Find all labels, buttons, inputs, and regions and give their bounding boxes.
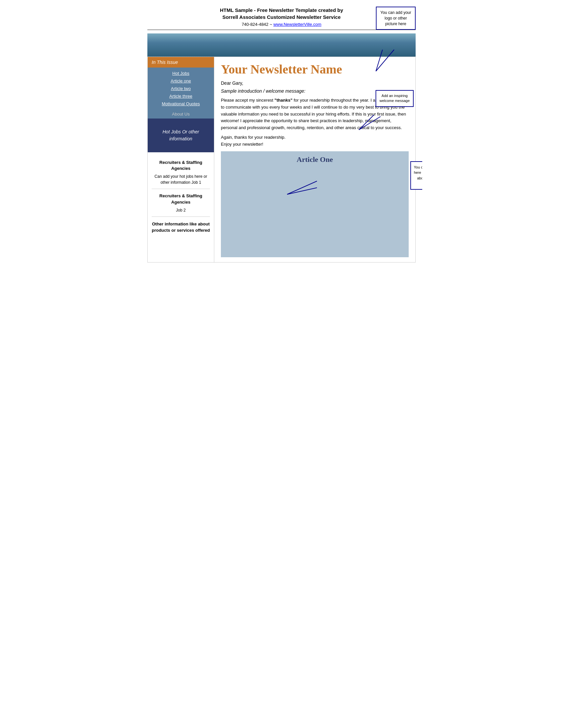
- article-callout-box: You can have an article here or add info…: [410, 161, 422, 190]
- sidebar-recruiters-1: Recruiters & Staffing Agencies: [152, 160, 210, 171]
- article-callout-text: You can have an article here or add info…: [414, 165, 422, 186]
- sidebar-recruiters-2: Recruiters & Staffing Agencies: [152, 193, 210, 205]
- svg-line-5: [287, 188, 317, 194]
- sidebar-item-article-two[interactable]: Article two: [148, 85, 214, 92]
- sidebar-nav: Hot Jobs Article one Article two Article…: [148, 68, 214, 110]
- header-divider: [147, 29, 416, 30]
- enjoy-text: Enjoy your newsletter!: [221, 142, 409, 147]
- header-phone-text: 740-824-4842 ~: [242, 22, 273, 27]
- thanks-again-text: Again, thanks for your readership.: [221, 135, 409, 140]
- sidebar-other-info: Other information like about products or…: [152, 221, 210, 234]
- sidebar: In This Issue Hot Jobs Article one Artic…: [148, 57, 214, 262]
- header-line1: HTML Sample - Free Newsletter Template c…: [220, 7, 343, 13]
- main-content-area: Add an inspiring welcome message Your Ne…: [214, 57, 415, 262]
- sidebar-jobs-text: Can add your hot jobs here or other info…: [152, 173, 210, 185]
- welcome-callout-text: Add an inspiring welcome message: [380, 94, 410, 103]
- sidebar-job2-text: Job 2: [152, 207, 210, 213]
- greeting: Dear Gary,: [221, 80, 409, 86]
- header-line2: Sorrell Associates Customized Newsletter…: [222, 14, 341, 20]
- welcome-arrow: [356, 115, 382, 131]
- sidebar-about-us: About Us: [148, 110, 214, 119]
- article-one-title: Article One: [225, 155, 405, 164]
- sidebar-item-motivational-quotes[interactable]: Motivational Quotes: [148, 100, 214, 108]
- thanks-bold: "thanks": [274, 98, 293, 103]
- article-one-section: Article One You can have an article here…: [221, 151, 409, 257]
- sidebar-hot-jobs-section: Hot Jobs Or other information: [148, 119, 214, 152]
- newsletter-name: Your Newsletter Name: [221, 62, 409, 76]
- sidebar-section-header: In This Issue: [148, 57, 214, 68]
- sidebar-item-article-one[interactable]: Article one: [148, 77, 214, 85]
- logo-callout-box: You can add your logo or other picture h…: [376, 7, 416, 30]
- website-link[interactable]: www.NewsletterVille.com: [273, 22, 321, 27]
- page-header: HTML Sample - Free Newsletter Template c…: [147, 7, 416, 27]
- main-layout: In This Issue Hot Jobs Article one Artic…: [147, 57, 416, 263]
- sidebar-divider-2: [152, 217, 210, 217]
- sidebar-item-article-three[interactable]: Article three: [148, 92, 214, 100]
- sidebar-item-hot-jobs[interactable]: Hot Jobs: [148, 70, 214, 77]
- article-content-arrow: [280, 178, 320, 198]
- sidebar-content: Recruiters & Staffing Agencies Can add y…: [148, 152, 214, 241]
- header-title: HTML Sample - Free Newsletter Template c…: [147, 7, 416, 21]
- sidebar-divider-1: [152, 189, 210, 189]
- svg-line-4: [287, 181, 317, 194]
- welcome-callout-box: Add an inspiring welcome message: [376, 90, 414, 107]
- header-contact: 740-824-4842 ~ www.NewsletterVille.com: [147, 22, 416, 27]
- logo-callout-text: You can add your logo or other picture h…: [381, 10, 411, 26]
- svg-line-2: [359, 117, 381, 130]
